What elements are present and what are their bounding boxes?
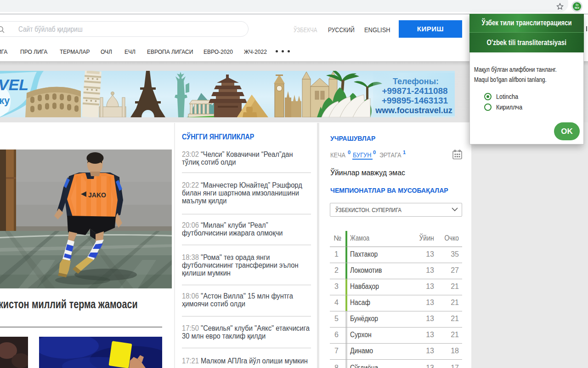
svg-text:www.focustravel.uz: www.focustravel.uz	[375, 106, 452, 115]
svg-text:+99871-2411088: +99871-2411088	[382, 86, 447, 96]
svg-text:ку: ку	[0, 95, 10, 106]
svg-text:+99895-1463131: +99895-1463131	[382, 96, 448, 105]
svg-text:JAKO: JAKO	[88, 191, 106, 199]
svg-text:Телефоны:: Телефоны:	[393, 77, 439, 86]
svg-text:VEL: VEL	[0, 76, 28, 93]
